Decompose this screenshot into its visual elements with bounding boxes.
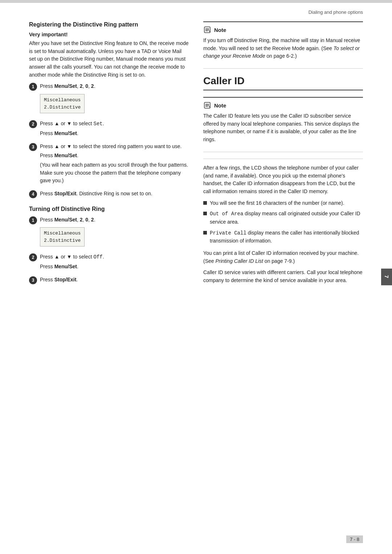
step1-lcd-line1: Miscellaneous [44,97,81,103]
step3-paren: (You will hear each pattern as you scrol… [40,161,189,185]
turn-step1-content: Press Menu/Set, 2, 0, 2. Miscellaneous 2… [40,216,189,250]
service-text: Caller ID service varies with different … [203,269,363,284]
step1-lcd: Miscellaneous 2.Distinctive [40,94,85,113]
step3-press: Press Menu/Set. [40,152,189,160]
left-column: Registering the Distinctive Ring pattern… [29,21,189,289]
section1-title: Registering the Distinctive Ring pattern [29,21,189,28]
step3-block: 3 Press ▲ or ▼ to select the stored ring… [29,143,189,186]
step1-content: Press Menu/Set, 2, 0, 2. Miscellaneous 2… [40,82,189,116]
step3-content: Press ▲ or ▼ to select the stored ring p… [40,143,189,186]
divider [203,159,363,159]
print-text: You can print a list of Caller ID inform… [203,249,363,265]
bullet1: You will see the first 16 characters of … [203,199,363,207]
caller-id-title: Caller ID [203,75,363,90]
turn-step2-text: Press ▲ or ▼ to select Off. [40,253,189,261]
bullet3: Private Call display means the caller ha… [203,229,363,245]
note2-box: Note The Caller ID feature lets you use … [203,97,363,152]
note2-text: The Caller ID feature lets you use the C… [203,112,363,144]
step1-lcd-line2: 2.Distinctive [44,105,81,110]
step2-mono: Set [94,121,103,127]
note2-header: Note [203,101,363,109]
note1-label: Note [214,27,226,33]
step2-press: Press Menu/Set. [40,130,189,138]
step1-text: Press Menu/Set, 2, 0, 2. [40,82,189,90]
step2-circle: 2 [29,120,37,128]
turn-step1-key0: 0 [85,217,88,223]
bullet2-text: Out of Area display means call originate… [210,210,363,226]
step4-content: Press Stop/Exit. Distinctive Ring is now… [40,190,189,199]
turn-step1-text: Press Menu/Set, 2, 0, 2. [40,216,189,224]
step3-text: Press ▲ or ▼ to select the stored ring p… [40,143,189,151]
bullet3-text: Private Call display means the caller ha… [210,229,363,245]
turn-step1-lcd-line1: Miscellaneous [44,231,81,236]
turn-step2-content: Press ▲ or ▼ to select Off. Press Menu/S… [40,253,189,272]
turn-step1-bold: Menu/Set [54,217,77,223]
turning-off-title: Turning off Distinctive Ring [29,206,189,212]
step2-block: 2 Press ▲ or ▼ to select Set. Press Menu… [29,120,189,139]
turn-step2-mono: Off [94,254,103,260]
page-tab: 7 [381,269,392,285]
note-icon [203,26,211,34]
very-important-label: Very important! [29,32,189,37]
print-italic: Printing Caller ID List [215,258,263,264]
step1-key0: 0 [85,83,88,89]
turn-step1-circle: 1 [29,216,37,224]
bullet3-mono: Private Call [210,230,246,236]
step1-bold: Menu/Set [54,83,77,89]
step3-bold: Menu/Set [54,152,77,158]
note1-text: If you turn off Distinctive Ring, the ma… [203,37,363,60]
very-important-text: After you have set the Distinctive Ring … [29,40,189,79]
note1-italic: To select or change your Receive Mode [203,45,360,59]
turn-step2-press: Press Menu/Set. [40,263,189,271]
turn-step2-circle: 2 [29,253,37,261]
turn-step1-key2: 2 [91,217,94,223]
step1-block: 1 Press Menu/Set, 2, 0, 2. Miscellaneous… [29,82,189,116]
breadcrumb: Dialing and phone options [309,9,363,15]
bullet2-icon [203,212,207,215]
bullet3-icon [203,231,207,235]
step4-block: 4 Press Stop/Exit. Distinctive Ring is n… [29,190,189,199]
note2-label: Note [214,102,226,109]
step2-text: Press ▲ or ▼ to select Set. [40,120,189,128]
bullet1-icon [203,201,207,205]
note1-box: Note If you turn off Distinctive Ring, t… [203,21,363,69]
bullet2-mono: Out of Area [210,211,243,217]
page-content: Registering the Distinctive Ring pattern… [0,18,392,310]
turn-step3-circle: 3 [29,276,37,284]
header: Dialing and phone options [0,3,392,18]
turn-step2-block: 2 Press ▲ or ▼ to select Off. Press Menu… [29,253,189,272]
step1-keys: 2 [80,83,83,89]
turn-step1-lcd: Miscellaneous 2.Distinctive [40,227,85,247]
note2-icon [203,101,211,109]
step1-circle: 1 [29,83,37,91]
step4-text: Press Stop/Exit. Distinctive Ring is now… [40,190,189,198]
turn-step3-block: 3 Press Stop/Exit. [29,276,189,285]
top-bar [0,0,392,3]
turn-step1-keys: 2 [80,217,83,223]
turn-step3-bold: Stop/Exit [54,277,77,282]
page-number: 7 - 8 [346,535,363,543]
turn-step2-bold: Menu/Set [54,264,77,269]
right-column: Note If you turn off Distinctive Ring, t… [203,21,363,289]
bullet2: Out of Area display means call originate… [203,210,363,226]
bullet-block: You will see the first 16 characters of … [203,199,363,245]
turn-step3-content: Press Stop/Exit. [40,276,189,285]
step4-circle: 4 [29,190,37,198]
step3-circle: 3 [29,143,37,151]
step1-key2: 2 [91,83,94,89]
turn-step3-text: Press Stop/Exit. [40,276,189,284]
turn-step1-block: 1 Press Menu/Set, 2, 0, 2. Miscellaneous… [29,216,189,250]
note1-header: Note [203,26,363,34]
step2-content: Press ▲ or ▼ to select Set. Press Menu/S… [40,120,189,139]
after-rings-text: After a few rings, the LCD shows the tel… [203,164,363,196]
step4-bold: Stop/Exit [54,191,77,196]
step2-bold: Menu/Set [54,130,77,136]
turn-step1-lcd-line2: 2.Distinctive [44,238,81,243]
bullet1-text: You will see the first 16 characters of … [210,199,344,207]
